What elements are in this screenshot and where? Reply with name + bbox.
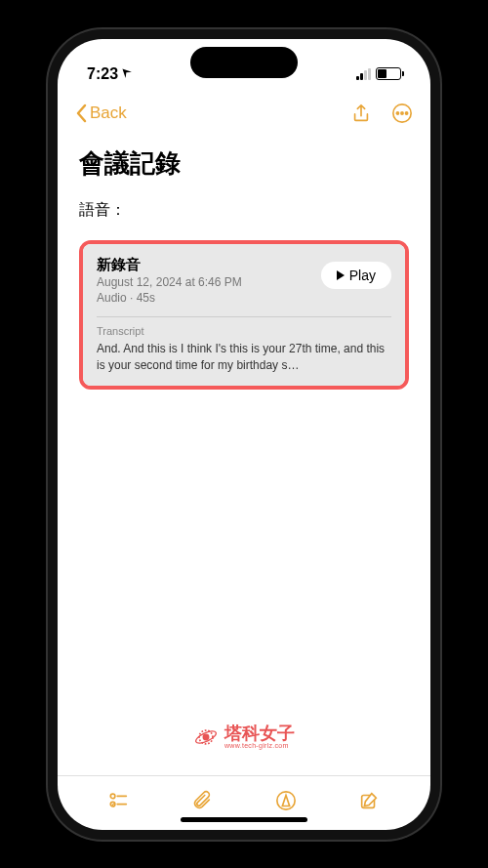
location-icon [120,66,132,81]
notch [190,47,298,78]
drawing-icon[interactable] [275,790,297,811]
play-label: Play [349,268,376,283]
status-time: 7:23 [87,65,118,83]
watermark: 塔科女子 www.tech-girlz.com [193,724,295,750]
note-content[interactable]: 會議記錄 語音： 新錄音 August 12, 2024 at 6:46 PM … [58,135,430,775]
more-icon[interactable] [391,103,413,124]
svg-point-3 [405,111,407,113]
svg-point-5 [203,733,210,740]
audio-title: 新錄音 [97,256,321,274]
attachment-icon[interactable] [191,790,213,811]
watermark-title: 塔科女子 [224,724,295,742]
home-indicator[interactable] [181,817,307,822]
phone-frame: 7:23 [48,29,440,840]
screen: 7:23 [58,39,430,830]
back-label: Back [90,103,127,123]
note-body: 語音： [79,200,409,221]
audio-header: 新錄音 August 12, 2024 at 6:46 PM Audio · 4… [97,256,391,308]
back-button[interactable]: Back [75,103,127,123]
note-title: 會議記錄 [79,146,409,181]
audio-info: 新錄音 August 12, 2024 at 6:46 PM Audio · 4… [97,256,321,308]
chevron-left-icon [75,103,87,123]
audio-recording-card[interactable]: 新錄音 August 12, 2024 at 6:46 PM Audio · 4… [83,244,405,386]
svg-point-2 [401,111,403,113]
nav-actions [350,103,413,124]
divider [97,316,391,317]
audio-card-highlight: 新錄音 August 12, 2024 at 6:46 PM Audio · 4… [79,240,409,390]
watermark-logo-icon [193,724,219,750]
svg-point-7 [110,794,115,799]
svg-point-1 [396,111,398,113]
checklist-icon[interactable] [108,790,130,811]
battery-icon [376,67,401,80]
status-right [356,67,401,80]
share-icon[interactable] [350,103,372,124]
watermark-url: www.tech-girlz.com [224,742,295,749]
status-time-area: 7:23 [87,65,132,83]
audio-timestamp: August 12, 2024 at 6:46 PM [97,274,321,291]
watermark-text: 塔科女子 www.tech-girlz.com [224,724,295,749]
transcript-label: Transcript [97,325,391,337]
compose-icon[interactable] [358,790,380,811]
transcript-text: And. And this is I think I's this is you… [97,341,391,374]
play-icon [337,270,345,280]
audio-duration: Audio · 45s [97,290,321,307]
signal-icon [356,68,371,80]
play-button[interactable]: Play [321,262,391,289]
nav-bar: Back [58,92,430,135]
